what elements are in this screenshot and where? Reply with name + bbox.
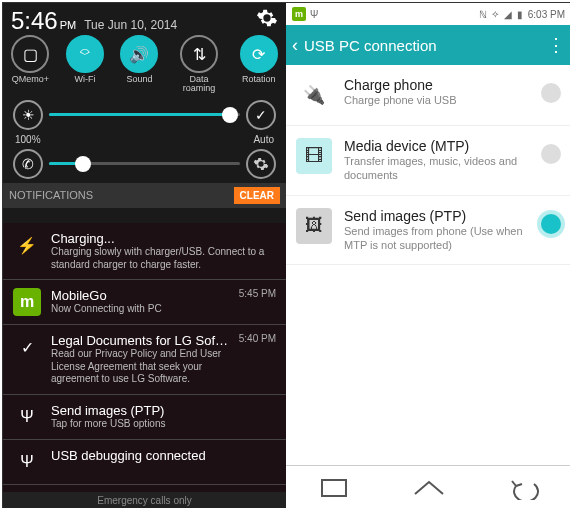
notification-title: MobileGo xyxy=(51,288,229,303)
notification-title: Legal Documents for LG Software xyxy=(51,333,229,348)
status-bar: m Ψ ℕ ⟡ ◢ ▮ 6:03 PM xyxy=(286,3,570,25)
nfc-icon: ℕ xyxy=(479,9,487,20)
notification-time: 5:45 PM xyxy=(239,288,276,316)
toggle-roaming[interactable]: ⇅Data roaming xyxy=(175,35,223,94)
notification-item[interactable]: mMobileGoNow Connecting with PC5:45 PM xyxy=(3,280,286,325)
toggle-wifi[interactable]: ⌔Wi-Fi xyxy=(66,35,104,94)
clock-ampm: PM xyxy=(60,19,77,31)
toggle-label: Rotation xyxy=(242,75,276,84)
roaming-icon: ⇅ xyxy=(180,35,218,73)
usb-icon: Ψ xyxy=(13,448,41,476)
ringer-row: ✆ xyxy=(3,145,286,183)
toggle-label: Sound xyxy=(126,75,152,84)
notification-item[interactable]: ✓Legal Documents for LG SoftwareRead our… xyxy=(3,325,286,395)
signal-icon: ◢ xyxy=(504,9,512,20)
notification-shade: 5:46 PM Tue Jun 10, 2014 ▢QMemo+⌔Wi-Fi🔊S… xyxy=(3,3,286,508)
notifications-header: NOTIFICATIONS CLEAR xyxy=(3,183,286,208)
notification-desc: Now Connecting with PC xyxy=(51,303,229,316)
toggle-label: Data roaming xyxy=(175,75,223,94)
gear-icon xyxy=(256,7,278,29)
clear-button[interactable]: CLEAR xyxy=(234,187,280,204)
status-bar: 5:46 PM Tue Jun 10, 2014 xyxy=(3,3,286,31)
option-radio[interactable] xyxy=(541,83,561,103)
brightness-auto-label: Auto xyxy=(253,134,274,145)
usb-icon: Ψ xyxy=(13,403,41,431)
screen-header: ‹ USB PC connection ⋮ xyxy=(286,25,570,65)
nav-bar xyxy=(286,465,570,508)
notifications-label: NOTIFICATIONS xyxy=(9,189,93,201)
notification-desc: Read our Privacy Policy and End User Lic… xyxy=(51,348,229,386)
wifi-icon: ⌔ xyxy=(66,35,104,73)
charging-icon: ⚡ xyxy=(13,231,41,259)
ringer-slider[interactable] xyxy=(49,162,240,165)
charge-icon: 🔌 xyxy=(296,77,332,113)
bluetooth-icon: ⟡ xyxy=(492,8,499,20)
notification-item[interactable]: ΨSend images (PTP)Tap for more USB optio… xyxy=(3,395,286,440)
clock-date: Tue Jun 10, 2014 xyxy=(84,18,177,32)
emergency-label: Emergency calls only xyxy=(3,492,286,508)
notification-title: USB debugging connected xyxy=(51,448,276,463)
notification-item[interactable]: ΨUSB debugging connected xyxy=(3,440,286,485)
toggle-rotation[interactable]: ⟳Rotation xyxy=(240,35,278,94)
notification-time: 5:40 PM xyxy=(239,333,276,386)
nav-recent-button[interactable] xyxy=(316,476,352,500)
status-time: 6:03 PM xyxy=(528,9,565,20)
usb-status-icon: Ψ xyxy=(310,9,318,20)
toggle-label: Wi-Fi xyxy=(74,75,95,84)
nav-home-button[interactable] xyxy=(411,476,447,500)
back-button[interactable]: ‹ xyxy=(292,35,298,56)
brightness-percent: 100% xyxy=(15,134,41,145)
overflow-menu-button[interactable]: ⋮ xyxy=(547,34,565,56)
rotation-icon: ⟳ xyxy=(240,35,278,73)
brightness-auto-toggle[interactable]: ✓ xyxy=(246,100,276,130)
screen-title: USB PC connection xyxy=(304,37,437,54)
battery-icon: ▮ xyxy=(517,9,523,20)
mobilego-status-icon: m xyxy=(292,7,306,21)
option-title: Media device (MTP) xyxy=(344,138,529,154)
notification-desc: Tap for more USB options xyxy=(51,418,276,431)
gear-icon xyxy=(253,156,269,172)
settings-button[interactable] xyxy=(256,7,278,29)
option-radio[interactable] xyxy=(541,214,561,234)
option-desc: Charge phone via USB xyxy=(344,93,529,107)
quick-toggles-row: ▢QMemo+⌔Wi-Fi🔊Sound⇅Data roaming⟳Rotatio… xyxy=(3,31,286,96)
sound-icon: 🔊 xyxy=(120,35,158,73)
ptp-icon: 🖼 xyxy=(296,208,332,244)
option-title: Send images (PTP) xyxy=(344,208,529,224)
notification-title: Send images (PTP) xyxy=(51,403,276,418)
notification-title: Charging... xyxy=(51,231,276,246)
mtp-icon: 🎞 xyxy=(296,138,332,174)
option-radio[interactable] xyxy=(541,144,561,164)
option-ptp[interactable]: 🖼Send images (PTP)Send images from phone… xyxy=(286,196,570,266)
option-desc: Send images from phone (Use when MTP is … xyxy=(344,224,529,253)
option-mtp[interactable]: 🎞Media device (MTP)Transfer images, musi… xyxy=(286,126,570,196)
nav-back-button[interactable] xyxy=(506,476,542,500)
svg-rect-0 xyxy=(322,480,346,496)
brightness-icon: ☀ xyxy=(13,100,43,130)
option-desc: Transfer images, music, videos and docum… xyxy=(344,154,529,183)
ringer-icon: ✆ xyxy=(13,149,43,179)
brightness-row: ☀ ✓ xyxy=(3,96,286,134)
brightness-slider[interactable] xyxy=(49,113,240,116)
option-charge[interactable]: 🔌Charge phoneCharge phone via USB xyxy=(286,65,570,126)
clock-time: 5:46 xyxy=(11,7,58,35)
toggle-qmemo[interactable]: ▢QMemo+ xyxy=(11,35,49,94)
notification-list: ⚡Charging...Charging slowly with charger… xyxy=(3,223,286,508)
notification-item[interactable]: ⚡Charging...Charging slowly with charger… xyxy=(3,223,286,280)
toggle-label: QMemo+ xyxy=(12,75,49,84)
qmemo-icon: ▢ xyxy=(11,35,49,73)
check-icon: ✓ xyxy=(13,333,41,361)
options-list: 🔌Charge phoneCharge phone via USB🎞Media … xyxy=(286,65,570,465)
usb-settings-screen: m Ψ ℕ ⟡ ◢ ▮ 6:03 PM ‹ USB PC connection … xyxy=(286,3,570,508)
notification-desc: Charging slowly with charger/USB. Connec… xyxy=(51,246,276,271)
ringer-settings-button[interactable] xyxy=(246,149,276,179)
mobilego-icon: m xyxy=(13,288,41,316)
option-title: Charge phone xyxy=(344,77,529,93)
toggle-sound[interactable]: 🔊Sound xyxy=(120,35,158,94)
